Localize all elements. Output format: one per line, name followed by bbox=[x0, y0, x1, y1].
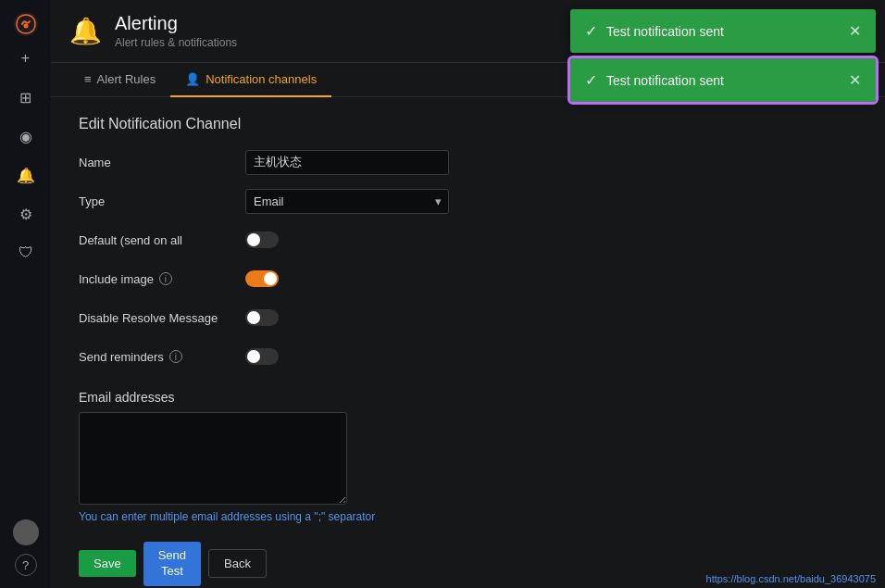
name-row: Name bbox=[79, 147, 857, 177]
sidebar: + ⊞ ◉ 🔔 ⚙ 🛡 ? bbox=[0, 0, 51, 588]
default-toggle[interactable] bbox=[245, 231, 279, 248]
sidebar-item-add[interactable]: + bbox=[9, 42, 43, 75]
sidebar-item-explore[interactable]: ◉ bbox=[9, 119, 43, 153]
default-row: Default (send on all bbox=[79, 225, 857, 255]
name-input[interactable] bbox=[245, 150, 449, 175]
send-reminders-info-icon[interactable]: i bbox=[169, 350, 182, 363]
send-reminders-toggle[interactable] bbox=[245, 348, 279, 365]
toast-1: ✓ Test notification sent ✕ bbox=[570, 9, 876, 53]
main-content: 🔔 Alerting Alert rules & notifications ≡… bbox=[51, 0, 885, 588]
section-title: Edit Notification Channel bbox=[79, 116, 857, 132]
grafana-logo[interactable] bbox=[11, 9, 41, 39]
toast-2-content: ✓ Test notification sent bbox=[585, 71, 724, 89]
sidebar-item-help[interactable]: ? bbox=[15, 554, 37, 576]
avatar[interactable] bbox=[13, 519, 39, 545]
default-label: Default (send on all bbox=[79, 233, 245, 247]
name-control bbox=[245, 150, 449, 175]
toast-container: ✓ Test notification sent ✕ ✓ Test notifi… bbox=[570, 9, 876, 102]
disable-resolve-row: Disable Resolve Message bbox=[79, 303, 857, 332]
email-hint: You can enter multiple email addresses u… bbox=[79, 510, 857, 523]
sidebar-item-dashboard[interactable]: ⊞ bbox=[9, 81, 43, 114]
page-subtitle: Alert rules & notifications bbox=[115, 36, 237, 49]
toast-2-close-button[interactable]: ✕ bbox=[849, 71, 861, 89]
svg-point-1 bbox=[23, 24, 28, 29]
type-row: Type Email Slack PagerDuty Webhook bbox=[79, 186, 857, 216]
alerting-icon: 🔔 bbox=[69, 16, 102, 46]
include-image-control bbox=[245, 270, 449, 287]
disable-resolve-control bbox=[245, 309, 449, 326]
tab-notification-channels[interactable]: 👤 Notification channels bbox=[170, 63, 331, 97]
send-test-button[interactable]: Send Test bbox=[143, 542, 201, 586]
sidebar-bottom: ? bbox=[13, 519, 39, 579]
type-label: Type bbox=[79, 194, 245, 208]
disable-resolve-label: Disable Resolve Message bbox=[79, 311, 245, 325]
page-title: Alerting bbox=[115, 13, 237, 34]
send-reminders-label: Send reminders i bbox=[79, 350, 245, 364]
tab-alert-rules[interactable]: ≡ Alert Rules bbox=[69, 63, 170, 97]
url-bar: https://blog.csdn.net/baidu_36943075 bbox=[706, 573, 876, 584]
include-image-info-icon[interactable]: i bbox=[159, 272, 172, 285]
content-area: Edit Notification Channel Name Type Emai… bbox=[51, 97, 885, 588]
include-image-toggle[interactable] bbox=[245, 270, 279, 287]
back-button[interactable]: Back bbox=[208, 549, 267, 578]
alert-rules-icon: ≡ bbox=[84, 72, 92, 86]
type-select[interactable]: Email Slack PagerDuty Webhook bbox=[245, 189, 449, 214]
toast-2-message: Test notification sent bbox=[606, 73, 724, 88]
include-image-label: Include image i bbox=[79, 272, 245, 286]
toast-1-content: ✓ Test notification sent bbox=[585, 22, 724, 40]
email-section-title: Email addresses bbox=[79, 390, 857, 405]
send-reminders-row: Send reminders i bbox=[79, 342, 857, 371]
include-image-row: Include image i bbox=[79, 264, 857, 294]
sidebar-item-settings[interactable]: ⚙ bbox=[9, 197, 43, 231]
header-text: Alerting Alert rules & notifications bbox=[115, 13, 237, 49]
email-textarea[interactable] bbox=[79, 412, 347, 505]
save-button[interactable]: Save bbox=[79, 550, 136, 577]
disable-resolve-toggle[interactable] bbox=[245, 309, 279, 326]
toast-1-check-icon: ✓ bbox=[585, 22, 597, 40]
toast-1-close-button[interactable]: ✕ bbox=[849, 22, 861, 40]
name-label: Name bbox=[79, 156, 245, 169]
default-control bbox=[245, 231, 449, 248]
toast-1-message: Test notification sent bbox=[606, 24, 724, 39]
notification-icon: 👤 bbox=[185, 72, 200, 86]
type-control: Email Slack PagerDuty Webhook bbox=[245, 189, 449, 214]
toast-2: ✓ Test notification sent ✕ bbox=[570, 58, 876, 102]
sidebar-item-shield[interactable]: 🛡 bbox=[9, 236, 43, 269]
toast-2-check-icon: ✓ bbox=[585, 71, 597, 89]
sidebar-item-alerting[interactable]: 🔔 bbox=[9, 158, 43, 192]
send-reminders-control bbox=[245, 348, 449, 365]
email-section: Email addresses You can enter multiple e… bbox=[79, 390, 857, 523]
